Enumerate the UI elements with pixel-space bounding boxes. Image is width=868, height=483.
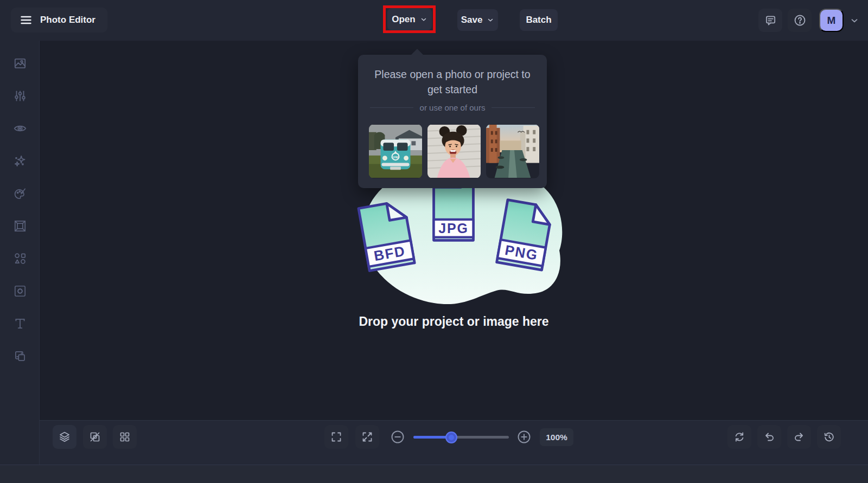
layered-squares-icon	[13, 349, 27, 363]
image-icon	[13, 56, 27, 70]
save-button-label: Save	[461, 15, 483, 25]
text-icon	[13, 317, 27, 331]
help-icon	[793, 14, 807, 27]
feedback-icon	[764, 14, 777, 27]
svg-text:VW: VW	[393, 156, 398, 159]
popover-divider: or use one of ours	[358, 103, 547, 112]
sidebar-item-artsy[interactable]	[0, 182, 40, 205]
frame-icon	[13, 219, 27, 233]
history-icon	[822, 430, 835, 443]
eye-icon	[13, 121, 27, 136]
history-button[interactable]	[817, 425, 841, 449]
popover-message: Please open a photo or project to get st…	[368, 67, 537, 97]
redo-button[interactable]	[787, 425, 811, 449]
help-button[interactable]	[788, 9, 812, 32]
drop-message: Drop your project or image here	[40, 314, 868, 329]
avatar-initial: M	[827, 15, 836, 27]
chevron-down-icon	[487, 16, 494, 24]
sample-image-row: VW	[369, 124, 539, 178]
palette-icon	[13, 186, 27, 201]
sparkles-icon	[13, 154, 27, 168]
reset-icon	[733, 430, 746, 443]
zoom-out-button[interactable]	[390, 429, 405, 445]
sidebar-item-touchup[interactable]	[0, 117, 40, 140]
main-menu-button[interactable]: Photo Editor	[11, 8, 107, 33]
chevron-down-icon	[850, 16, 859, 25]
zoom-in-icon	[516, 429, 532, 445]
popover-arrow	[411, 49, 424, 55]
account-menu-chevron[interactable]	[848, 15, 860, 27]
sample-image-woman[interactable]	[427, 124, 481, 178]
canvas-drop-zone[interactable]: BFD JPG PNG Drop your	[40, 41, 868, 420]
photo-editor-app: BFD JPG PNG Drop your	[0, 0, 868, 483]
zoom-slider[interactable]	[413, 436, 509, 439]
sidebar-item-effects[interactable]	[0, 149, 40, 173]
sidebar-item-textures[interactable]	[0, 344, 40, 368]
overlay-pattern-icon	[13, 284, 27, 298]
shapes-icon	[13, 252, 27, 266]
teal-van-photo: VW	[369, 124, 422, 178]
sidebar-item-frames[interactable]	[0, 214, 40, 238]
compare-icon	[88, 430, 101, 443]
sample-image-canal[interactable]	[486, 124, 539, 178]
chevron-down-icon	[420, 16, 427, 23]
sample-image-van[interactable]: VW	[369, 124, 422, 178]
popover-divider-label: or use one of ours	[420, 103, 486, 112]
save-button[interactable]: Save	[457, 9, 498, 31]
batch-button-label: Batch	[526, 15, 551, 25]
app-title: Photo Editor	[40, 15, 95, 25]
fullscreen-button[interactable]	[324, 425, 348, 449]
reset-button[interactable]	[727, 425, 751, 449]
redo-icon	[793, 430, 806, 443]
svg-text:JPG: JPG	[438, 221, 469, 236]
zoom-out-icon	[390, 429, 405, 445]
undo-icon	[763, 430, 776, 443]
jpg-file-illustration: JPG	[427, 178, 480, 248]
undo-button[interactable]	[757, 425, 781, 449]
open-button[interactable]: Open	[387, 8, 432, 30]
sidebar-item-overlays[interactable]	[0, 279, 40, 303]
fullscreen-icon	[330, 430, 343, 443]
open-hint-popover: Please open a photo or project to get st…	[358, 55, 547, 188]
top-toolbar: Photo Editor Open Save Batch	[0, 0, 868, 41]
zoom-level-badge[interactable]: 100%	[540, 428, 573, 446]
feedback-button[interactable]	[758, 9, 782, 32]
grid-view-button[interactable]	[113, 425, 137, 449]
batch-button[interactable]: Batch	[520, 9, 558, 31]
layers-panel-button[interactable]	[53, 425, 76, 449]
sidebar-item-text[interactable]	[0, 312, 40, 336]
sliders-icon	[13, 89, 27, 103]
status-strip	[0, 465, 868, 483]
avatar[interactable]: M	[819, 9, 844, 32]
tools-sidebar	[0, 41, 40, 465]
fit-screen-button[interactable]	[355, 425, 379, 449]
sidebar-item-graphics[interactable]	[0, 247, 40, 271]
fit-screen-icon	[361, 430, 374, 443]
sidebar-item-adjust[interactable]	[0, 84, 40, 108]
hamburger-icon	[20, 14, 33, 27]
open-button-label: Open	[392, 14, 415, 25]
sidebar-item-edit[interactable]	[0, 51, 40, 75]
grid-view-icon	[118, 430, 131, 443]
layers-stack-icon	[58, 430, 71, 443]
zoom-in-button[interactable]	[516, 429, 532, 445]
smiling-woman-photo	[427, 124, 481, 178]
venice-canal-photo	[486, 124, 539, 178]
compare-button[interactable]	[83, 425, 107, 449]
zoom-slider-handle[interactable]	[445, 432, 457, 443]
